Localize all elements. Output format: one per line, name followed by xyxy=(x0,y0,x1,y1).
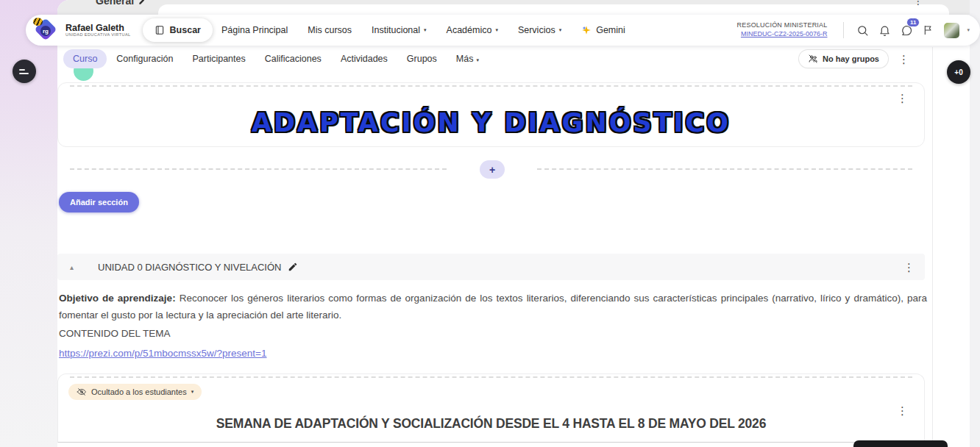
unit-section-title: UNIDAD 0 DIAGNÓSTICO Y NIVELACIÓN xyxy=(98,262,281,273)
chevron-down-icon: ▾ xyxy=(476,57,479,62)
chevron-down-icon: ▾ xyxy=(495,27,498,33)
course-banner-title: ADAPTACIÓN Y DIAGNÓSTICO xyxy=(252,108,731,137)
add-activity-button[interactable]: + xyxy=(480,160,505,179)
resolution-title: RESOLUCIÓN MINISTERIAL xyxy=(737,21,828,30)
banner-more-icon[interactable]: ⋮ xyxy=(897,92,908,105)
divider-dash-right xyxy=(537,168,912,170)
tab-configuracion[interactable]: Configuración xyxy=(107,49,182,68)
hidden-badge-label: Ocultado a los estudiantes xyxy=(91,387,187,396)
embedded-player-edge xyxy=(853,440,948,447)
ministerial-resolution: RESOLUCIÓN MINISTERIAL MINEDUC-CZ2-2025-… xyxy=(737,21,828,38)
tab-grupos[interactable]: Grupos xyxy=(397,49,447,68)
collapse-section-icon[interactable]: ▴ xyxy=(70,263,85,271)
messages-icon[interactable]: 11 xyxy=(895,19,917,41)
general-section-title: General xyxy=(96,0,146,7)
search-button[interactable]: Buscar xyxy=(143,18,213,42)
brand-block[interactable]: Rafael Galeth UNIDAD EDUCATIVA VIRTUAL xyxy=(65,24,131,37)
navbar-divider xyxy=(843,22,844,38)
unit-more-icon[interactable]: ⋮ xyxy=(903,262,915,273)
block-drawer-button[interactable]: +0 xyxy=(947,60,970,84)
week-activity-card: Ocultado a los estudiantes ▾ ⋮ SEMANA DE… xyxy=(57,373,925,443)
scrolled-card-top xyxy=(158,4,949,15)
logo-bee-mascot-icon xyxy=(33,18,43,26)
school-logo[interactable]: rg xyxy=(33,18,60,42)
add-section-button[interactable]: Añadir sección xyxy=(59,192,139,212)
edit-pencil-icon[interactable] xyxy=(288,262,298,272)
no-groups-badge[interactable]: No hay grupos xyxy=(799,50,888,68)
tab-curso[interactable]: Curso xyxy=(63,49,107,68)
tab-mas[interactable]: Más▾ xyxy=(447,49,489,68)
tabs-right-cluster: No hay grupos ⋮ xyxy=(799,50,909,68)
resolution-link[interactable]: MINEDUC-CZ2-2025-0076-R xyxy=(737,30,828,39)
nav-mis-cursos[interactable]: Mis cursos xyxy=(308,25,352,35)
no-groups-icon xyxy=(808,54,818,64)
screen: General ⋮ rg Rafael Galeth UNIDAD EDUCAT… xyxy=(0,0,980,447)
top-navbar: rg Rafael Galeth UNIDAD EDUCATIVA VIRTUA… xyxy=(26,15,980,46)
week-heading: SEMANA DE ADAPTACIÓN Y SOCIALIZACIÓN DES… xyxy=(58,416,924,432)
nav-academico[interactable]: Académico▾ xyxy=(447,25,498,35)
primary-nav-links: Página Principal Mis cursos Instituciona… xyxy=(221,25,625,35)
brand-name: Rafael Galeth xyxy=(65,24,131,33)
search-icon[interactable] xyxy=(851,19,873,41)
gemini-sparkle-icon xyxy=(581,25,592,35)
edit-pencil-icon[interactable] xyxy=(138,0,146,5)
content-edge-divider xyxy=(932,47,933,447)
no-groups-label: No hay grupos xyxy=(823,54,879,63)
objective-text: Reconocer los géneros literarios como fo… xyxy=(59,293,927,321)
learning-objective: Objetivo de aprendizaje: Reconocer los g… xyxy=(59,290,927,323)
nav-institucional[interactable]: Institucional▾ xyxy=(372,25,427,35)
drag-drop-dashes xyxy=(70,376,912,378)
tab-actividades[interactable]: Actividades xyxy=(331,49,397,68)
tab-calificaciones[interactable]: Calificaciones xyxy=(255,49,331,68)
course-more-icon[interactable]: ⋮ xyxy=(898,54,909,65)
chevron-down-icon: ▾ xyxy=(559,27,562,33)
unit-section-title-wrap: UNIDAD 0 DIAGNÓSTICO Y NIVELACIÓN xyxy=(98,262,298,273)
hamburger-icon xyxy=(19,69,25,71)
scrolled-header-strip: General ⋮ xyxy=(57,0,970,15)
objective-label: Objetivo de aprendizaje: xyxy=(59,293,176,304)
user-avatar[interactable] xyxy=(944,23,959,38)
prezi-resource-link[interactable]: https://prezi.com/p/51mbocmssx5w/?presen… xyxy=(59,348,267,359)
navbar-right-cluster: RESOLUCIÓN MINISTERIAL MINEDUC-CZ2-2025-… xyxy=(737,19,973,41)
tab-participantes[interactable]: Participantes xyxy=(182,49,255,68)
course-index-drawer-button[interactable] xyxy=(13,60,36,83)
topic-heading: CONTENIDO DEL TEMA xyxy=(59,328,171,339)
notifications-bell-icon[interactable] xyxy=(873,19,895,41)
flag-icon[interactable] xyxy=(917,19,940,41)
nav-servicios[interactable]: Servicios▾ xyxy=(518,25,561,35)
brand-tagline: UNIDAD EDUCATIVA VIRTUAL xyxy=(65,33,131,37)
course-nav-tabs: Curso Configuración Participantes Califi… xyxy=(57,46,970,71)
nav-pagina-principal[interactable]: Página Principal xyxy=(221,25,288,35)
divider-dash-left xyxy=(70,168,447,170)
user-menu-caret-icon[interactable]: ▾ xyxy=(967,27,970,33)
chevron-down-icon: ▾ xyxy=(191,389,194,395)
hidden-from-students-badge[interactable]: Ocultado a los estudiantes ▾ xyxy=(68,384,202,400)
drag-drop-dashes xyxy=(70,85,912,87)
scrolled-more-icon[interactable]: ⋮ xyxy=(913,0,923,7)
book-search-icon xyxy=(155,25,165,35)
eye-slash-icon xyxy=(77,387,87,397)
search-button-label: Buscar xyxy=(170,25,201,35)
logo-monogram: rg xyxy=(40,26,51,36)
general-section-label: General xyxy=(96,0,134,7)
general-banner-card: ⋮ ADAPTACIÓN Y DIAGNÓSTICO xyxy=(57,82,925,147)
unit-section-header: ▴ UNIDAD 0 DIAGNÓSTICO Y NIVELACIÓN ⋮ xyxy=(57,254,925,280)
nav-gemini[interactable]: Gemini xyxy=(581,25,625,35)
chevron-down-icon: ▾ xyxy=(424,27,427,33)
